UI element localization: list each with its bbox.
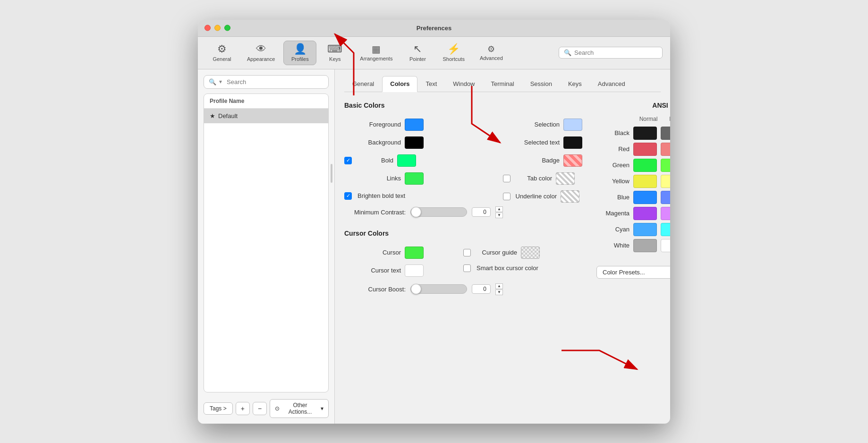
bold-swatch[interactable] [397,154,416,167]
smart-box-checkbox[interactable] [463,264,471,272]
underline-color-swatch[interactable] [561,190,579,203]
cursor-label: Cursor [344,249,401,256]
background-swatch[interactable] [405,136,424,149]
toolbar-label-arrangements: Arrangements [360,56,392,61]
ansi-bright-header: Bright [663,116,670,122]
tab-terminal[interactable]: Terminal [483,76,522,92]
profile-tabs: General Colors Text Window Terminal [344,76,661,92]
toolbar-label-pointer: Pointer [409,56,426,62]
content-area: 🔍 ▾ Profile Name ★ Default Tags > + − [198,69,670,424]
tab-session[interactable]: Session [522,76,560,92]
sidebar-list-header: Profile Name [204,94,328,109]
min-contrast-label: Minimum Contrast: [344,209,406,216]
ansi-black-normal[interactable] [633,127,657,140]
left-colors-col: Basic Colors Foreground [344,102,582,299]
selection-swatch[interactable] [563,119,582,131]
cursor-boost-down[interactable]: ▼ [495,290,503,295]
selected-text-swatch[interactable] [563,136,582,149]
tags-button[interactable]: Tags > [204,402,233,415]
badge-swatch[interactable] [563,154,582,167]
cursor-guide-row: Cursor guide [463,244,582,262]
cursor-guide-swatch[interactable] [521,247,540,259]
toolbar-item-general[interactable]: ⚙ General [205,41,238,65]
ansi-row-white: White [596,238,670,254]
toolbar-item-pointer[interactable]: ↖ Pointer [401,41,434,65]
toolbar-item-shortcuts[interactable]: ⚡ Shortcuts [436,41,471,65]
brighten-bold-checkbox[interactable] [344,192,352,200]
brighten-bold-label: Brighten bold text [357,192,414,199]
cursor-swatch[interactable] [405,247,424,259]
toolbar-item-advanced[interactable]: ⚙ Advanced [473,42,510,64]
ansi-row-yellow: Yellow [596,173,670,189]
ansi-cyan-bright[interactable] [661,223,670,236]
cursor-text-swatch[interactable] [405,264,424,277]
ansi-magenta-bright[interactable] [661,207,670,220]
tab-general[interactable]: General [344,76,382,92]
tab-keys[interactable]: Keys [560,76,590,92]
tab-advanced[interactable]: Advanced [590,76,633,92]
toolbar-items: ⚙ General 👁 Appearance 👤 Profiles ⌨ Keys… [205,41,559,65]
ansi-blue-normal[interactable] [633,191,657,204]
ansi-blue-bright[interactable] [661,191,670,204]
tab-text[interactable]: Text [417,76,445,92]
cursor-guide-checkbox[interactable] [463,249,471,256]
toolbar-item-appearance[interactable]: 👁 Appearance [240,41,281,65]
background-label: Background [344,139,401,146]
bold-checkbox[interactable] [344,157,352,164]
ansi-white-normal[interactable] [633,239,657,252]
maximize-button[interactable] [224,25,230,31]
links-label: Links [344,175,401,182]
ansi-magenta-normal[interactable] [633,207,657,220]
tab-color-swatch[interactable] [556,172,575,185]
ansi-yellow-bright[interactable] [661,175,670,188]
ansi-white-bright[interactable] [661,239,670,252]
brighten-bold-row: Brighten bold text [344,189,503,203]
ansi-red-bright[interactable] [661,143,670,156]
toolbar-label-advanced: Advanced [480,55,503,61]
toolbar-item-keys[interactable]: ⌨ Keys [318,41,351,65]
underline-color-checkbox[interactable] [503,193,511,200]
tab-color-label: Tab color [514,175,552,182]
ansi-green-normal[interactable] [633,159,657,172]
toolbar-item-profiles[interactable]: 👤 Profiles [283,41,316,65]
sidebar-profile-item-default[interactable]: ★ Default [204,109,328,123]
add-profile-button[interactable]: + [236,402,250,415]
min-contrast-down[interactable]: ▼ [495,213,503,218]
cursor-sub-grid: Cursor Cursor text [344,244,582,280]
foreground-swatch[interactable] [405,119,424,131]
ansi-cyan-normal[interactable] [633,223,657,236]
basic-colors-sub-grid: Foreground Background [344,116,582,222]
toolbar-label-shortcuts: Shortcuts [443,56,464,62]
ansi-yellow-normal[interactable] [633,175,657,188]
search-input[interactable] [574,49,657,56]
minimize-button[interactable] [214,25,221,31]
ansi-row-red: Red [596,141,670,157]
remove-profile-button[interactable]: − [253,402,267,415]
toolbar-item-arrangements[interactable]: ▦ Arrangements [353,42,399,64]
links-swatch[interactable] [405,172,424,185]
sidebar-search[interactable]: 🔍 ▾ [204,75,329,89]
cursor-boost-up[interactable]: ▲ [495,283,503,289]
color-presets-container: Color Presets... ▾ [596,261,670,279]
toolbar-search[interactable]: 🔍 [559,47,663,59]
tab-color-checkbox[interactable] [503,175,511,182]
cursor-boost-row: Cursor Boost: 0 ▲ ▼ [344,280,582,299]
cursor-text-label: Cursor text [344,267,401,274]
color-presets-button[interactable]: Color Presets... ▾ [596,266,670,279]
min-contrast-slider[interactable] [410,207,467,217]
color-presets-label: Color Presets... [603,269,645,276]
ansi-black-bright[interactable] [661,127,670,140]
tab-window[interactable]: Window [445,76,483,92]
other-actions-button[interactable]: ⊙ Other Actions... ▾ [270,399,329,418]
ansi-colors-col: ANSI Colors Normal Bright Black Red [587,102,670,299]
ansi-green-bright[interactable] [661,159,670,172]
ansi-normal-header: Normal [634,116,663,122]
cursor-boost-slider[interactable] [410,284,467,294]
foreground-label: Foreground [344,121,401,128]
sidebar-search-input[interactable] [227,78,323,85]
tab-colors[interactable]: Colors [382,76,417,92]
cursor-guide-label: Cursor guide [475,249,517,256]
min-contrast-up[interactable]: ▲ [495,206,503,212]
ansi-red-normal[interactable] [633,143,657,156]
close-button[interactable] [204,25,211,31]
